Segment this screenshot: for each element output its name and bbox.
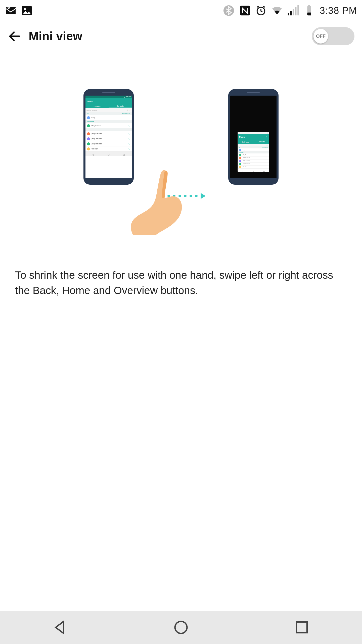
image-icon xyxy=(21,5,33,16)
nav-back-button[interactable] xyxy=(50,617,71,638)
battery-icon xyxy=(303,5,315,16)
svg-rect-8 xyxy=(295,7,297,16)
svg-rect-9 xyxy=(298,5,299,15)
toggle-knob: OFF xyxy=(313,29,328,44)
svg-point-1 xyxy=(24,8,26,10)
alarm-icon xyxy=(255,5,267,16)
bluetooth-icon xyxy=(223,5,235,16)
system-navbar xyxy=(0,611,362,644)
illustration: ◢4:00 PM Phone⋮ Call logsContacts Search… xyxy=(13,89,349,260)
miniview-toggle[interactable]: OFF xyxy=(312,27,354,45)
header-left: Mini view xyxy=(8,29,82,43)
nfc-icon xyxy=(239,5,251,16)
svg-point-13 xyxy=(108,154,109,155)
status-bar: 3:38 PM xyxy=(0,0,362,21)
svg-rect-18 xyxy=(296,622,307,633)
svg-rect-7 xyxy=(293,9,294,15)
nav-home-button[interactable] xyxy=(170,617,192,638)
svg-rect-6 xyxy=(290,11,292,15)
back-arrow-icon[interactable] xyxy=(8,29,22,43)
nav-overview-button[interactable] xyxy=(291,617,312,638)
svg-point-15 xyxy=(253,171,254,172)
page-title: Mini view xyxy=(29,29,82,43)
mail-icon xyxy=(5,5,17,16)
svg-rect-12 xyxy=(308,5,310,7)
svg-rect-11 xyxy=(307,13,311,16)
hand-icon xyxy=(123,170,189,235)
status-right: 3:38 PM xyxy=(223,5,357,16)
svg-rect-14 xyxy=(123,154,125,155)
illustration-phone-mini: ✕ Phone⋮ Call logsContacts ⎙＋ ME55 CONTA… xyxy=(228,89,279,185)
svg-point-17 xyxy=(175,621,187,633)
svg-rect-5 xyxy=(288,13,289,16)
wifi-icon xyxy=(271,5,283,16)
status-left xyxy=(5,5,33,16)
signal-icon xyxy=(287,5,299,16)
status-time: 3:38 PM xyxy=(320,5,357,16)
app-header: Mini view OFF xyxy=(0,21,362,51)
content: ◢4:00 PM Phone⋮ Call logsContacts Search… xyxy=(0,51,362,308)
svg-rect-16 xyxy=(263,171,264,172)
description-text: To shrink the screen for use with one ha… xyxy=(15,268,347,298)
